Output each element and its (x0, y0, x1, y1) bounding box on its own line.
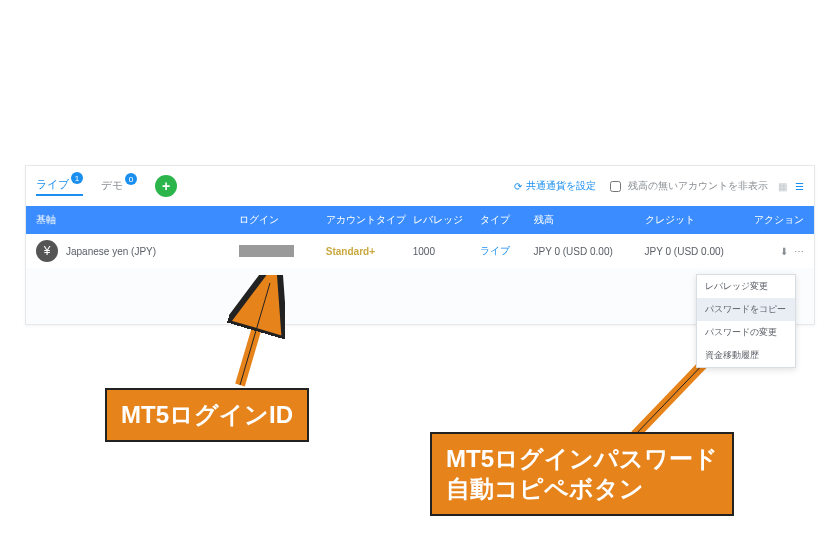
header-leverage: レバレッジ (413, 213, 481, 227)
set-common-currency-button[interactable]: ⟳ 共通通貨を設定 (514, 179, 596, 193)
cell-currency: ¥ Japanese yen (JPY) (36, 240, 239, 262)
more-actions-icon[interactable]: ⋯ (794, 246, 804, 257)
download-icon[interactable]: ⬇ (780, 246, 788, 257)
header-credit: クレジット (645, 213, 751, 227)
annotation-password-copy: MT5ログインパスワード 自動コピペボタン (430, 432, 734, 516)
actions-dropdown: レバレッジ変更 パスワードをコピー パスワードの変更 資金移動履歴 (696, 274, 796, 368)
table-row: ¥ Japanese yen (JPY) Standard+ 1000 ライブ … (26, 234, 814, 268)
accounts-panel: ライブ 1 デモ 0 + ⟳ 共通通貨を設定 残高の無いアカウントを非表示 ▦ … (25, 165, 815, 325)
grid-view-icon[interactable]: ▦ (778, 181, 787, 192)
cell-account-type: Standard+ (326, 246, 413, 257)
toolbar: ライブ 1 デモ 0 + ⟳ 共通通貨を設定 残高の無いアカウントを非表示 ▦ … (26, 166, 814, 206)
header-login: ログイン (239, 213, 326, 227)
annotation-login-id: MT5ログインID (105, 388, 309, 442)
add-account-button[interactable]: + (155, 175, 177, 197)
tab-demo[interactable]: デモ 0 (101, 178, 137, 195)
tab-live-badge: 1 (71, 172, 83, 184)
dropdown-change-password[interactable]: パスワードの変更 (697, 321, 795, 344)
dropdown-copy-password[interactable]: パスワードをコピー (697, 298, 795, 321)
table-header: 基軸 ログイン アカウントタイプ レバレッジ タイプ 残高 クレジット アクショ… (26, 206, 814, 234)
header-action: アクション (751, 213, 804, 227)
hide-empty-checkbox[interactable] (610, 181, 621, 192)
login-value-masked (239, 245, 294, 257)
cell-leverage: 1000 (413, 246, 481, 257)
dropdown-transfer-history[interactable]: 資金移動履歴 (697, 344, 795, 367)
header-account-type: アカウントタイプ (326, 213, 413, 227)
cell-balance: JPY 0 (USD 0.00) (534, 246, 645, 257)
hide-empty-accounts-toggle[interactable]: 残高の無いアカウントを非表示 (606, 178, 768, 195)
tab-demo-badge: 0 (125, 173, 137, 185)
cell-actions: ⬇ ⋯ (751, 246, 804, 257)
currency-name: Japanese yen (JPY) (66, 246, 156, 257)
list-view-icon[interactable]: ☰ (795, 181, 804, 192)
tab-live[interactable]: ライブ 1 (36, 177, 83, 196)
tab-live-label: ライブ (36, 177, 69, 192)
tab-demo-label: デモ (101, 178, 123, 193)
cell-login (239, 245, 326, 257)
cell-credit: JPY 0 (USD 0.00) (645, 246, 751, 257)
currency-icon: ¥ (36, 240, 58, 262)
cell-category: ライブ (480, 244, 533, 258)
header-balance: 残高 (534, 213, 645, 227)
hide-empty-label: 残高の無いアカウントを非表示 (628, 179, 768, 193)
view-toggle: ▦ ☰ (778, 181, 804, 192)
set-common-currency-label: 共通通貨を設定 (526, 179, 596, 193)
toolbar-right: ⟳ 共通通貨を設定 残高の無いアカウントを非表示 ▦ ☰ (514, 178, 804, 195)
header-currency: 基軸 (36, 213, 239, 227)
refresh-icon: ⟳ (514, 181, 522, 192)
header-category: タイプ (480, 213, 533, 227)
dropdown-change-leverage[interactable]: レバレッジ変更 (697, 275, 795, 298)
